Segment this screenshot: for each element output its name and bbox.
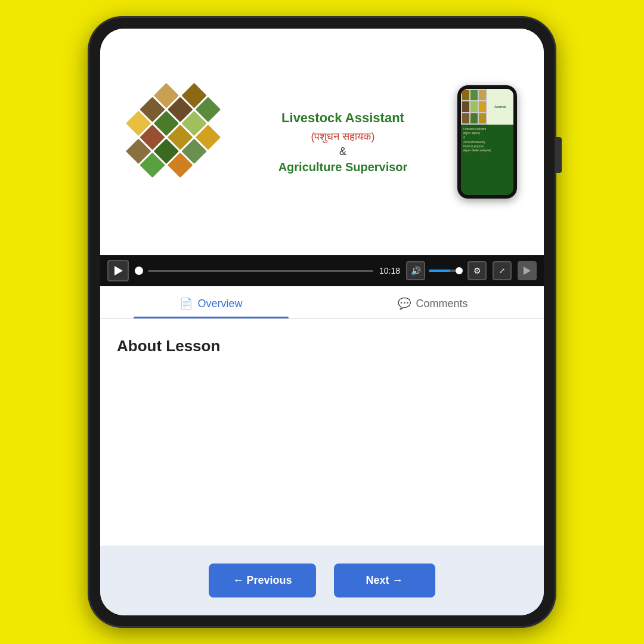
volume-icon: 🔊 (411, 266, 421, 275)
phone-mockup-image: Animal Livestock Assistant (पशुधन सहायक)… (448, 85, 526, 199)
tabs-bar: 📄 Overview 💬 Comments (100, 286, 544, 319)
next-arrow-icon (524, 267, 531, 275)
about-lesson-title: About Lesson (117, 337, 527, 355)
phone-screen: Livestock Assistant (पशुधन सहायक) & Agri… (100, 29, 544, 615)
overview-icon: 📄 (179, 297, 193, 310)
previous-button[interactable]: ← Previous (209, 564, 315, 597)
video-controls-bar: 10:18 🔊 ⚙ ⤢ (100, 255, 544, 286)
volume-button[interactable]: 🔊 (406, 261, 425, 280)
nav-buttons-area: ← Previous Next → (100, 546, 544, 615)
slide-subtitle: Agriculture Supervisor (249, 160, 436, 174)
slide-content: Livestock Assistant (पशुधन सहायक) & Agri… (112, 70, 532, 213)
volume-fill (429, 270, 450, 272)
play-button[interactable] (107, 260, 129, 281)
slide-text: Livestock Assistant (पशुधन सहायक) & Agri… (237, 110, 448, 174)
fullscreen-icon: ⤢ (499, 267, 505, 275)
slide-title-en: Livestock Assistant (249, 110, 436, 127)
volume-bar[interactable] (429, 270, 462, 272)
next-button[interactable]: Next → (334, 564, 435, 597)
time-display: 10:18 (379, 266, 400, 275)
phone-frame: Livestock Assistant (पशुधन सहायक) & Agri… (89, 18, 555, 626)
next-video-button[interactable] (518, 261, 537, 280)
content-area: About Lesson (100, 319, 544, 546)
comments-icon: 💬 (398, 297, 411, 310)
tab-comments-label: Comments (416, 298, 467, 310)
slide-area: Livestock Assistant (पशुधन सहायक) & Agri… (100, 29, 544, 255)
progress-bar[interactable] (148, 270, 373, 272)
progress-thumb[interactable] (135, 267, 143, 275)
play-icon (114, 266, 123, 275)
settings-button[interactable]: ⚙ (467, 261, 487, 280)
tab-overview-label: Overview (197, 298, 242, 310)
volume-thumb (456, 267, 463, 274)
volume-area: 🔊 (406, 261, 462, 280)
fullscreen-button[interactable]: ⤢ (493, 261, 512, 280)
progress-area (135, 267, 373, 275)
slide-title-hi: (पशुधन सहायक) (249, 131, 436, 143)
tab-comments[interactable]: 💬 Comments (322, 286, 544, 318)
slide-and: & (249, 145, 436, 158)
tab-overview[interactable]: 📄 Overview (100, 286, 322, 318)
volume-bar-container (429, 270, 462, 272)
side-button (555, 137, 562, 173)
diamond-mosaic (118, 70, 237, 213)
settings-icon: ⚙ (473, 266, 481, 275)
